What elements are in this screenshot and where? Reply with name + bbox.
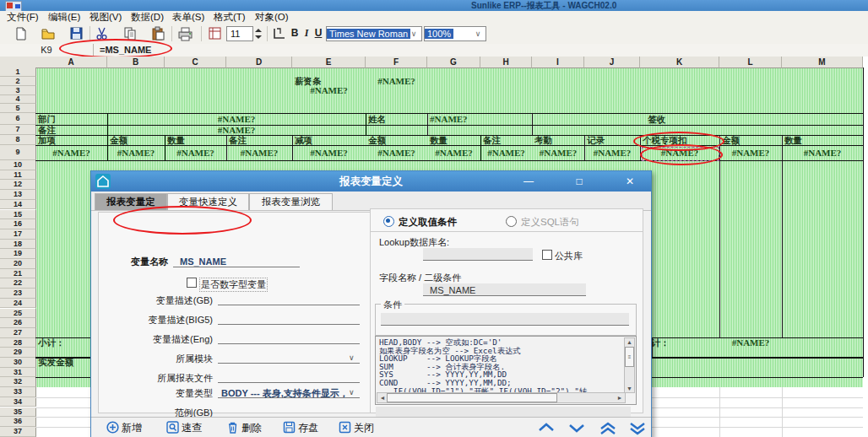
cell-B8[interactable]: 金额 bbox=[107, 135, 167, 145]
numeric-variable-checkbox[interactable] bbox=[187, 278, 197, 288]
horizontal-scrollbar[interactable]: ◄ ► bbox=[377, 392, 626, 403]
cell-A8[interactable]: 加项 bbox=[35, 135, 110, 145]
row-header-10[interactable]: 10 bbox=[0, 160, 36, 170]
chevron-down-icon[interactable]: ∨ bbox=[349, 388, 355, 397]
scroll-left-icon[interactable]: ◄ bbox=[379, 393, 386, 402]
chevron-down-icon[interactable]: ∨ bbox=[349, 353, 355, 362]
public-lib-checkbox[interactable] bbox=[542, 250, 552, 260]
row-header-15[interactable]: 15 bbox=[0, 210, 36, 220]
cell-G6[interactable]: #NAME? bbox=[427, 113, 483, 125]
row-header-17[interactable]: 17 bbox=[0, 229, 36, 240]
row-header-20[interactable]: 20 bbox=[0, 259, 36, 269]
cell-A6[interactable]: 部门 bbox=[35, 113, 110, 125]
field-input-4[interactable] bbox=[218, 351, 360, 364]
dialog-title-bar[interactable]: 报表变量定义 — □ ✕ bbox=[91, 171, 651, 192]
row-header-26[interactable]: 26 bbox=[0, 318, 36, 328]
dialog-maximize-button[interactable]: □ bbox=[560, 171, 599, 192]
cell-F9[interactable]: #NAME? bbox=[366, 145, 427, 160]
cell-D8[interactable]: 备注 bbox=[226, 135, 295, 145]
dialog-button-search[interactable]: 速查 bbox=[166, 420, 202, 436]
cell-L28[interactable]: #NAME? bbox=[719, 338, 782, 348]
column-header-E[interactable]: E bbox=[292, 57, 366, 68]
row-header-24[interactable]: 24 bbox=[0, 299, 36, 309]
menu-item-1[interactable]: 文件(F) bbox=[3, 11, 42, 24]
sheet-corner-box[interactable] bbox=[0, 57, 36, 68]
dialog-button-delete[interactable]: 删除 bbox=[226, 420, 262, 436]
row-header-1[interactable]: 1 bbox=[0, 67, 36, 77]
cell-C9[interactable]: #NAME? bbox=[165, 145, 226, 160]
cell-K28[interactable]: 小计： bbox=[640, 338, 722, 348]
row-header-37[interactable]: 37 bbox=[0, 427, 36, 437]
font-family-select[interactable]: Times New Roman ∨ bbox=[326, 26, 422, 41]
cell-F2[interactable]: #NAME? bbox=[366, 77, 427, 86]
cell-E9[interactable]: #NAME? bbox=[292, 145, 366, 160]
nav-down-icon[interactable] bbox=[567, 422, 586, 435]
column-header-D[interactable]: D bbox=[226, 57, 292, 68]
row-header-4[interactable]: 4 bbox=[0, 95, 36, 104]
dialog-minimize-button[interactable]: — bbox=[509, 171, 548, 192]
row-header-9[interactable]: 9 bbox=[0, 145, 36, 160]
cell-L9[interactable]: #NAME? bbox=[719, 145, 782, 160]
font-size-spinner[interactable] bbox=[253, 26, 263, 41]
cell-I8[interactable]: 考勤 bbox=[532, 135, 587, 145]
row-header-31[interactable]: 31 bbox=[0, 368, 36, 378]
underline-button[interactable]: U bbox=[312, 26, 324, 40]
cell-F6[interactable]: 姓名 bbox=[366, 113, 430, 125]
cell-M8[interactable]: 数量 bbox=[782, 135, 865, 145]
nav-double-down-icon[interactable] bbox=[628, 422, 647, 435]
font-size-input[interactable]: 11 bbox=[226, 26, 253, 41]
cell-H9[interactable]: #NAME? bbox=[480, 145, 532, 160]
row-header-12[interactable]: 12 bbox=[0, 180, 36, 190]
menu-item-4[interactable]: 数据(D) bbox=[127, 11, 167, 24]
menu-item-5[interactable]: 表单(S) bbox=[169, 11, 208, 24]
print-icon[interactable] bbox=[177, 26, 193, 41]
row-header-11[interactable]: 11 bbox=[0, 170, 36, 181]
column-header-L[interactable]: L bbox=[719, 57, 782, 68]
new-file-icon[interactable] bbox=[14, 26, 29, 41]
row-header-21[interactable]: 21 bbox=[0, 269, 36, 279]
paste-icon[interactable] bbox=[151, 26, 166, 41]
menu-item-6[interactable]: 格式(T) bbox=[210, 11, 249, 24]
column-header-H[interactable]: H bbox=[480, 57, 532, 68]
cell-D9[interactable]: #NAME? bbox=[226, 145, 292, 160]
cell-G8[interactable]: 数量 bbox=[427, 135, 483, 145]
nav-double-up-icon[interactable] bbox=[599, 422, 617, 435]
row-header-14[interactable]: 14 bbox=[0, 200, 36, 210]
scrollbar-thumb-h[interactable] bbox=[387, 393, 557, 402]
row-header-27[interactable]: 27 bbox=[0, 328, 36, 338]
scroll-right-icon[interactable]: ► bbox=[616, 393, 623, 402]
lookup-db-input[interactable] bbox=[423, 248, 533, 261]
column-header-F[interactable]: F bbox=[366, 57, 427, 68]
cell-E3[interactable]: #NAME? bbox=[292, 86, 366, 95]
row-header-13[interactable]: 13 bbox=[0, 190, 36, 200]
menu-item-2[interactable]: 编辑(E) bbox=[45, 11, 84, 24]
cell-I9[interactable]: #NAME? bbox=[532, 145, 584, 160]
field-input-3[interactable] bbox=[218, 332, 360, 344]
dialog-button-close[interactable]: 关闭 bbox=[339, 420, 374, 436]
cell-E2[interactable]: 薪资条 bbox=[292, 77, 368, 86]
cell-F8[interactable]: 金额 bbox=[366, 135, 430, 145]
row-header-22[interactable]: 22 bbox=[0, 278, 36, 289]
menu-item-7[interactable]: 对象(O) bbox=[252, 11, 292, 24]
preview-icon[interactable] bbox=[208, 26, 223, 41]
row-header-16[interactable]: 16 bbox=[0, 219, 36, 229]
condition-input[interactable] bbox=[381, 313, 629, 326]
cell-B6-E6[interactable]: #NAME? bbox=[107, 113, 366, 125]
row-header-5[interactable]: 5 bbox=[0, 104, 36, 113]
cell-B9[interactable]: #NAME? bbox=[107, 145, 165, 160]
cell-C8[interactable]: 数量 bbox=[165, 135, 229, 145]
row-header-19[interactable]: 19 bbox=[0, 249, 36, 259]
row-header-6[interactable]: 6 bbox=[0, 113, 36, 125]
vertical-scrollbar[interactable]: ▲ ≡ ▼ bbox=[624, 337, 635, 393]
cell-G9[interactable]: #NAME? bbox=[427, 145, 480, 160]
dialog-close-button[interactable]: ✕ bbox=[610, 171, 649, 192]
cell-E8[interactable]: 减项 bbox=[292, 135, 368, 145]
menu-item-3[interactable]: 视图(V) bbox=[86, 11, 125, 24]
cell-B7-E7[interactable]: #NAME? bbox=[107, 125, 366, 135]
define-sql-radio[interactable] bbox=[506, 216, 517, 227]
column-header-K[interactable]: K bbox=[640, 57, 719, 68]
row-header-25[interactable]: 25 bbox=[0, 309, 36, 319]
cell-M9[interactable]: #NAME? bbox=[782, 145, 863, 160]
cell-I6-L6[interactable]: 签收 bbox=[532, 113, 782, 125]
cell-A7[interactable]: 备注 bbox=[35, 125, 110, 135]
